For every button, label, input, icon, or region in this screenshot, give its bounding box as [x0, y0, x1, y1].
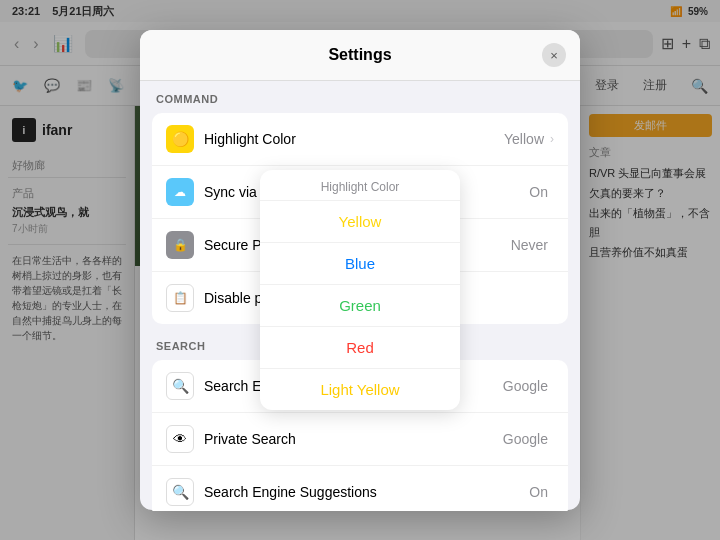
- highlight-icon: 🟡: [166, 125, 194, 153]
- settings-panel: Settings × COMMAND 🟡 Highlight Color Yel…: [140, 30, 580, 510]
- highlight-color-label: Highlight Color: [204, 131, 504, 147]
- private-search-label: Private Search: [204, 431, 503, 447]
- private-search-value: Google: [503, 431, 548, 447]
- highlight-color-value: Yellow: [504, 131, 544, 147]
- highlight-chevron-icon: ›: [550, 132, 554, 146]
- color-dropdown: Highlight Color Yellow Blue Green Red Li…: [260, 170, 460, 410]
- settings-title: Settings: [328, 46, 391, 64]
- private-search-row[interactable]: 👁 Private Search Google: [152, 413, 568, 466]
- private-search-icon: 👁: [166, 425, 194, 453]
- color-option-light-yellow[interactable]: Light Yellow: [260, 369, 460, 410]
- section-command-label: COMMAND: [140, 81, 580, 109]
- secure-private-value: Never: [511, 237, 548, 253]
- search-suggestions-label: Search Engine Suggestions: [204, 484, 529, 500]
- modal-overlay[interactable]: Settings × COMMAND 🟡 Highlight Color Yel…: [0, 0, 720, 540]
- sync-icloud-value: On: [529, 184, 548, 200]
- color-option-blue[interactable]: Blue: [260, 243, 460, 285]
- highlight-color-row[interactable]: 🟡 Highlight Color Yellow ›: [152, 113, 568, 166]
- sync-icon: ☁: [166, 178, 194, 206]
- search-engine-icon: 🔍: [166, 372, 194, 400]
- color-option-yellow[interactable]: Yellow: [260, 201, 460, 243]
- search-engine-value: Google: [503, 378, 548, 394]
- settings-close-button[interactable]: ×: [542, 43, 566, 67]
- color-option-green[interactable]: Green: [260, 285, 460, 327]
- color-option-red[interactable]: Red: [260, 327, 460, 369]
- search-suggestions-value: On: [529, 484, 548, 500]
- secure-icon: 🔒: [166, 231, 194, 259]
- search-suggestions-row[interactable]: 🔍 Search Engine Suggestions On: [152, 466, 568, 511]
- disable-pinch-icon: 📋: [166, 284, 194, 312]
- search-suggestions-icon: 🔍: [166, 478, 194, 506]
- color-dropdown-header: Highlight Color: [260, 170, 460, 201]
- settings-header: Settings ×: [140, 30, 580, 81]
